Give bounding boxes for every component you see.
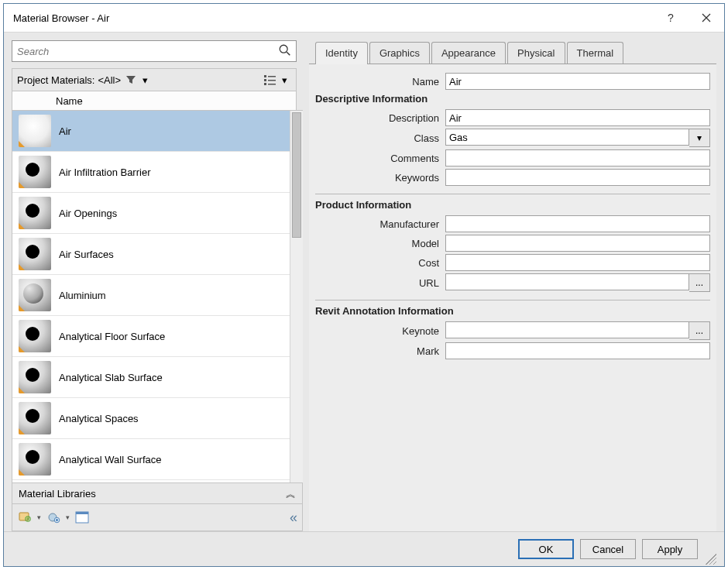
material-row[interactable]: Air (12, 111, 290, 152)
content-area: Project Materials: <All> ▾ ▾ Name (4, 33, 724, 531)
dialog-window: Material Browser - Air ? Project Materia… (3, 3, 725, 567)
left-panel: Project Materials: <All> ▾ ▾ Name (4, 33, 303, 531)
expand-up-icon[interactable]: ︽ (286, 490, 296, 497)
material-row[interactable]: Air Surfaces (12, 234, 290, 275)
material-thumbnail (19, 238, 51, 270)
label-description: Description (315, 112, 445, 124)
svg-rect-6 (264, 83, 266, 85)
material-row[interactable]: Analytical Floor Surface (12, 316, 290, 357)
svg-rect-5 (268, 80, 276, 81)
svg-rect-7 (268, 84, 276, 85)
search-row (12, 40, 297, 62)
input-mark[interactable] (445, 342, 710, 359)
svg-rect-3 (268, 76, 276, 77)
window-title: Material Browser - Air (13, 12, 653, 24)
tab-thermal[interactable]: Thermal (567, 42, 624, 64)
material-row[interactable]: Analytical Wall Surface (12, 439, 290, 480)
material-name: Aluminium (59, 290, 106, 301)
label-class: Class (315, 132, 445, 144)
row-url: URL ... (315, 273, 710, 292)
input-model[interactable] (445, 235, 710, 252)
cancel-button[interactable]: Cancel (580, 539, 636, 559)
input-cost[interactable] (445, 254, 710, 271)
input-keywords[interactable] (445, 169, 710, 186)
column-name: Name (56, 95, 83, 107)
label-mark: Mark (315, 345, 445, 357)
material-thumbnail (19, 320, 51, 352)
resize-grip-icon[interactable] (704, 552, 716, 565)
row-manufacturer: Manufacturer (315, 215, 710, 232)
input-manufacturer[interactable] (445, 215, 710, 232)
open-editor-icon[interactable] (74, 510, 90, 525)
material-thumbnail (19, 197, 51, 229)
row-comments: Comments (315, 149, 710, 167)
label-cost: Cost (315, 257, 445, 269)
library-options-icon[interactable] (17, 510, 33, 525)
row-cost: Cost (315, 254, 710, 271)
material-name: Analytical Wall Surface (59, 454, 161, 465)
input-description[interactable] (445, 109, 710, 126)
svg-point-0 (280, 45, 287, 53)
chevron-down-icon[interactable]: ▾ (37, 513, 41, 521)
chevron-down-icon[interactable]: ▾ (66, 513, 70, 521)
tab-physical[interactable]: Physical (507, 42, 565, 64)
input-comments[interactable] (445, 149, 710, 167)
class-dropdown-button[interactable]: ▾ (689, 129, 710, 147)
chevron-down-icon[interactable]: ▾ (277, 73, 291, 87)
help-icon: ? (668, 12, 674, 24)
svg-rect-4 (264, 79, 266, 81)
url-browse-button[interactable]: ... (689, 273, 710, 292)
help-button[interactable]: ? (653, 4, 689, 32)
material-thumbnail (19, 279, 51, 311)
tab-appearance[interactable]: Appearance (431, 42, 506, 64)
input-name[interactable] (445, 73, 710, 90)
project-materials-header[interactable]: Project Materials: <All> ▾ ▾ (12, 68, 297, 91)
material-thumbnail (19, 115, 51, 147)
search-input[interactable] (12, 40, 297, 62)
row-description: Description (315, 109, 710, 126)
material-thumbnail (19, 402, 51, 434)
scrollbar-thumb[interactable] (292, 112, 301, 238)
close-button[interactable] (689, 4, 724, 32)
material-row[interactable]: Aluminium (12, 275, 290, 316)
material-row[interactable]: Analytical Spaces (12, 398, 290, 439)
list-column-header[interactable]: Name (12, 91, 297, 110)
dialog-footer: OK Cancel Apply (4, 531, 724, 566)
new-material-icon[interactable] (46, 510, 61, 525)
material-row[interactable]: Air Infiltration Barrier (12, 152, 290, 193)
material-row[interactable]: Analytical Slab Surface (12, 357, 290, 398)
apply-button[interactable]: Apply (642, 539, 698, 559)
view-list-icon[interactable] (263, 73, 277, 87)
material-name: Air Infiltration Barrier (59, 167, 150, 178)
collapse-left-icon[interactable]: « (290, 510, 297, 526)
project-materials-scope: <All> (98, 74, 121, 86)
search-icon[interactable] (278, 43, 292, 57)
label-name: Name (315, 76, 445, 88)
chevron-down-icon[interactable]: ▾ (138, 73, 152, 87)
keynote-browse-button[interactable]: ... (689, 321, 710, 340)
project-materials-label: Project Materials: (17, 74, 94, 86)
input-url[interactable] (445, 273, 689, 290)
titlebar: Material Browser - Air ? (4, 4, 724, 33)
identity-form: Name Descriptive Information Description… (309, 64, 716, 531)
tab-bar: Identity Graphics Appearance Physical Th… (309, 40, 716, 64)
filter-icon[interactable] (124, 73, 138, 87)
ok-button[interactable]: OK (518, 539, 574, 559)
scrollbar[interactable] (290, 111, 303, 482)
tab-graphics[interactable]: Graphics (369, 42, 430, 64)
tab-identity[interactable]: Identity (315, 42, 368, 64)
label-manufacturer: Manufacturer (315, 218, 445, 230)
input-class[interactable] (445, 129, 689, 146)
row-keynote: Keynote ... (315, 321, 710, 340)
label-keynote: Keynote (315, 325, 445, 337)
material-libraries-header[interactable]: Material Libraries ︽ (12, 482, 303, 504)
material-row[interactable]: Air Openings (12, 193, 290, 234)
material-name: Air Surfaces (59, 249, 114, 260)
section-descriptive: Descriptive Information (315, 93, 710, 105)
material-name: Air Openings (59, 208, 117, 219)
section-revit: Revit Annotation Information (315, 300, 710, 317)
input-keynote[interactable] (445, 321, 689, 338)
label-comments: Comments (315, 153, 445, 164)
svg-rect-2 (264, 75, 266, 77)
material-list[interactable]: AirAir Infiltration BarrierAir OpeningsA… (12, 111, 290, 482)
